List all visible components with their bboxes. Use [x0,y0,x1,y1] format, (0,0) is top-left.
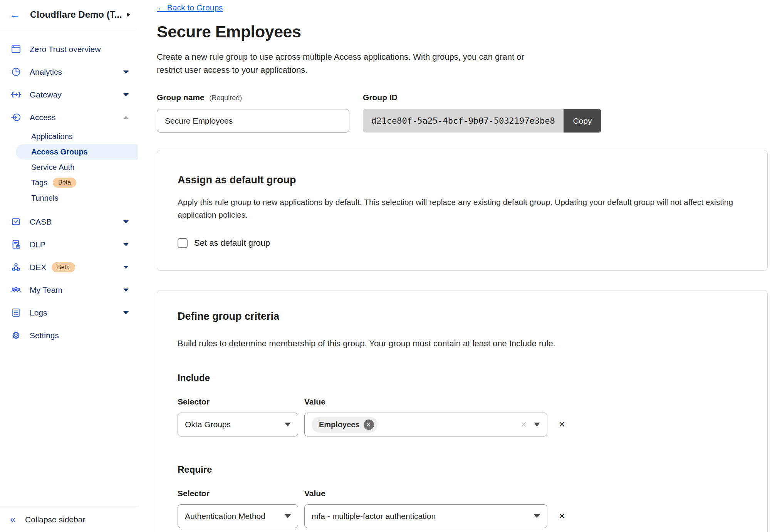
sidebar-item-analytics[interactable]: Analytics [0,60,138,83]
beta-badge: Beta [52,262,75,272]
chevron-down-icon [123,93,129,96]
sidebar-item-logs[interactable]: Logs [0,301,138,324]
require-value-dropdown[interactable]: mfa - multiple-factor authentication [304,504,547,528]
chevron-down-icon [123,266,129,269]
collapse-sidebar-label: Collapse sidebar [25,515,85,524]
page-description: Create a new rule group to use across mu… [157,50,534,77]
account-title[interactable]: Cloudflare Demo (T... [30,9,127,20]
chevron-down-icon [534,423,540,426]
chevron-up-icon [123,116,129,119]
access-login-icon [10,112,22,123]
chevron-down-icon [534,514,540,518]
sidebar-item-access[interactable]: Access [0,106,138,129]
sidebar-item-label: DEX [30,263,46,272]
collapse-sidebar-button[interactable]: « Collapse sidebar [0,507,138,532]
require-selector-dropdown[interactable]: Authentication Method [178,504,298,528]
required-hint: (Required) [209,94,242,102]
chevron-right-icon[interactable] [127,12,130,17]
set-default-checkbox[interactable] [178,238,188,248]
require-heading: Require [178,464,747,475]
criteria-card: Define group criteria Build rules to det… [157,290,768,532]
pie-chart-icon [10,67,22,77]
network-nodes-icon [10,262,22,272]
group-id-column: Group ID d21ce80f-5a25-4bcf-9b07-5032197… [363,93,601,133]
include-value-multiselect[interactable]: Employees ✕ ✕ [304,413,547,436]
sidebar-item-applications[interactable]: Applications [0,129,138,144]
sidebar-item-label: Zero Trust overview [30,45,101,54]
include-heading: Include [178,373,747,383]
sidebar-item-label: DLP [30,240,45,249]
group-name-id-row: Group name (Required) Group ID d21ce80f-… [157,93,767,133]
copy-button[interactable]: Copy [564,109,601,133]
default-group-heading: Assign as default group [178,174,747,186]
sidebar-item-tags[interactable]: Tags Beta [0,175,138,190]
sidebar-subitem-label: Applications [31,132,73,141]
value-chip: Employees ✕ [312,417,377,433]
chevron-down-icon [123,243,129,246]
sidebar-nav: Zero Trust overview Analytics Gateway [0,29,138,507]
sidebar-item-gateway[interactable]: Gateway [0,83,138,106]
require-selector-label: Selector [178,489,304,498]
sidebar-item-zero-trust-overview[interactable]: Zero Trust overview [0,38,138,60]
default-group-description: Apply this rule group to new application… [178,196,742,221]
include-selector-dropdown[interactable]: Okta Groups [178,413,298,436]
chevron-down-icon [285,514,291,518]
back-to-groups-link[interactable]: ← Back to Groups [157,3,223,12]
include-rule-row: Okta Groups Employees ✕ ✕ ✕ [178,413,747,436]
include-value-label: Value [304,397,325,406]
sidebar-subitem-label: Tags [31,178,47,187]
sidebar-header: ← Cloudflare Demo (T... [0,0,138,29]
group-name-input[interactable] [157,109,349,133]
page-title: Secure Employees [157,22,767,41]
sidebar-item-casb[interactable]: CASB [0,210,138,233]
sidebar-subitem-label: Service Auth [31,163,74,172]
sidebar-item-label: Access [30,113,56,122]
require-rule-row: Authentication Method mfa - multiple-fac… [178,504,747,528]
value-chip-label: Employees [319,420,360,429]
main-content: ← Back to Groups Secure Employees Create… [138,0,770,532]
gear-icon [10,330,22,341]
remove-require-rule-icon[interactable]: ✕ [559,512,565,521]
clear-values-icon[interactable]: ✕ [520,420,527,429]
browser-window-icon [10,44,22,54]
require-selector-value: Authentication Method [185,512,285,521]
require-value-text: mfa - multiple-factor authentication [312,512,534,521]
sidebar-item-label: My Team [30,285,62,295]
group-name-column: Group name (Required) [157,93,363,133]
sidebar-subitem-label: Access Groups [31,148,88,156]
gateway-icon [10,89,22,100]
sidebar-subitem-label: Tunnels [31,194,58,203]
sidebar-item-access-groups[interactable]: Access Groups [16,144,138,159]
include-selector-label: Selector [178,397,304,406]
sidebar-item-label: Settings [30,331,59,340]
chevron-down-icon [123,289,129,292]
chevron-down-icon [123,70,129,74]
back-arrow-icon[interactable]: ← [9,9,20,20]
chevron-down-icon [123,311,129,314]
include-selector-value: Okta Groups [185,420,285,429]
remove-include-rule-icon[interactable]: ✕ [559,420,565,429]
criteria-heading: Define group criteria [178,310,747,322]
sidebar-item-tunnels[interactable]: Tunnels [0,190,138,206]
sidebar-item-label: Logs [30,308,47,317]
sidebar-item-label: Analytics [30,67,62,77]
double-chevron-left-icon: « [10,514,16,525]
sidebar-item-my-team[interactable]: My Team [0,279,138,301]
chevron-down-icon [285,423,291,426]
sidebar-item-dlp[interactable]: DLP [0,233,138,256]
criteria-description: Build rules to determine membership of t… [178,339,747,349]
people-icon [10,285,22,295]
group-name-label: Group name [157,93,205,102]
chip-remove-icon[interactable]: ✕ [364,420,374,430]
sidebar-item-label: CASB [30,217,52,227]
sidebar-item-settings[interactable]: Settings [0,324,138,347]
group-id-label: Group ID [363,93,601,102]
sidebar: ← Cloudflare Demo (T... Zero Trust overv… [0,0,138,532]
default-group-checkbox-row: Set as default group [178,238,747,248]
list-document-icon [10,307,22,318]
chevron-down-icon [123,220,129,223]
sidebar-item-service-auth[interactable]: Service Auth [0,159,138,175]
document-lock-icon [10,239,22,250]
sidebar-item-dex[interactable]: DEX Beta [0,256,138,279]
require-value-label: Value [304,489,325,498]
